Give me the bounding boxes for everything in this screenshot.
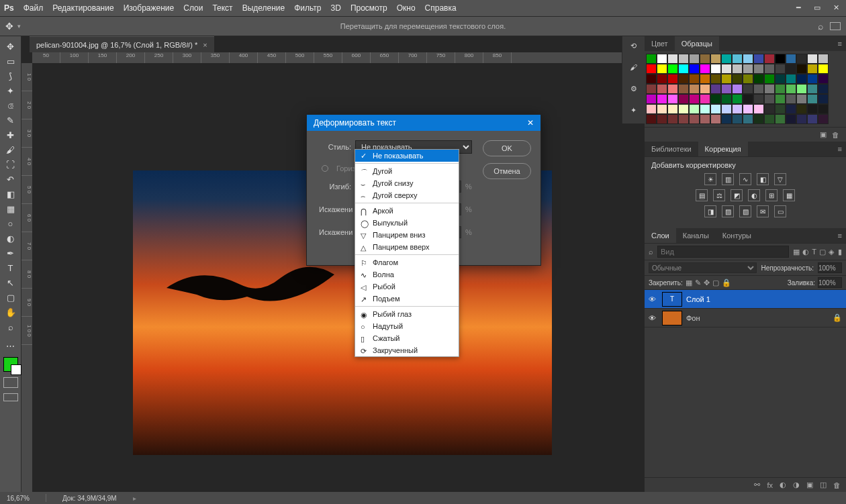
lock-artboard-icon[interactable]: ▢ xyxy=(712,279,719,287)
swatch-item[interactable] xyxy=(689,94,700,104)
swatch-item[interactable] xyxy=(678,84,689,94)
tab-libraries[interactable]: Библиотеки xyxy=(645,142,698,156)
properties-panel-icon[interactable]: ⚙ xyxy=(627,85,641,98)
lut-icon[interactable]: ▦ xyxy=(783,189,795,201)
blur-tool[interactable]: ○ xyxy=(2,216,19,231)
edit-toolbar[interactable]: ⋯ xyxy=(2,338,19,353)
hand-tool[interactable]: ✋ xyxy=(2,305,19,319)
menu-view[interactable]: Просмотр xyxy=(350,3,387,13)
swatch-item[interactable] xyxy=(732,94,743,104)
swatch-item[interactable] xyxy=(700,84,710,94)
lasso-tool[interactable]: ⟆ xyxy=(2,68,19,83)
swatch-item[interactable] xyxy=(700,54,710,64)
swatch-item[interactable] xyxy=(646,74,657,84)
tab-swatches[interactable]: Образцы xyxy=(675,36,719,51)
tab-paths[interactable]: Контуры xyxy=(716,228,758,243)
swatch-item[interactable] xyxy=(700,94,710,104)
selective-color-icon[interactable]: ✉ xyxy=(757,205,769,217)
opacity-input[interactable] xyxy=(818,262,842,273)
dd-arc[interactable]: ⌒Дугой xyxy=(355,165,459,177)
swatch-item[interactable] xyxy=(667,74,678,84)
swatch-item[interactable] xyxy=(689,104,700,114)
swatch-item[interactable] xyxy=(818,54,829,64)
dd-wave[interactable]: ∿Волна xyxy=(355,268,459,281)
exposure-icon[interactable]: ◧ xyxy=(757,173,769,185)
cancel-button[interactable]: Отмена xyxy=(483,163,531,179)
swatch-item[interactable] xyxy=(753,54,764,64)
pen-tool[interactable]: ✒ xyxy=(2,246,19,260)
swatch-item[interactable] xyxy=(764,104,775,114)
dd-squeeze[interactable]: ▯Сжатый xyxy=(355,332,459,344)
swatch-item[interactable] xyxy=(764,54,775,64)
swatch-item[interactable] xyxy=(796,84,807,94)
doc-size[interactable]: Док: 34,9M/34,9M xyxy=(62,495,117,502)
swatch-item[interactable] xyxy=(786,104,796,114)
tab-channels[interactable]: Каналы xyxy=(676,228,716,243)
swatch-item[interactable] xyxy=(807,74,818,84)
hue-sat-icon[interactable]: ⚖ xyxy=(713,189,725,201)
screenmode-icon[interactable] xyxy=(3,393,18,401)
swatch-item[interactable] xyxy=(710,104,721,114)
eraser-tool[interactable]: ◧ xyxy=(2,187,19,201)
swatch-item[interactable] xyxy=(678,104,689,114)
swatch-item[interactable] xyxy=(753,74,764,84)
visibility-icon[interactable]: 👁 xyxy=(649,314,658,322)
swatch-item[interactable] xyxy=(646,104,657,114)
swatch-item[interactable] xyxy=(786,94,796,104)
swatch-item[interactable] xyxy=(721,64,732,74)
swatch-item[interactable] xyxy=(732,84,743,94)
document-tab[interactable]: pelican-901004.jpg @ 16,7% (Слой 1, RGB/… xyxy=(30,36,214,52)
lock-all-icon[interactable]: 🔒 xyxy=(722,279,731,287)
layer-row-background[interactable]: 👁 Фон 🔒 xyxy=(645,309,846,327)
swatch-item[interactable] xyxy=(786,64,796,74)
swatch-item[interactable] xyxy=(710,94,721,104)
layer-row-text[interactable]: 👁 T Слой 1 xyxy=(645,290,846,309)
close-tab-icon[interactable]: × xyxy=(203,41,207,49)
posterize-icon[interactable]: ▨ xyxy=(722,205,734,217)
swatch-item[interactable] xyxy=(646,64,657,74)
tab-color[interactable]: Цвет xyxy=(645,36,675,51)
swatch-item[interactable] xyxy=(796,54,807,64)
path-tool[interactable]: ↖ xyxy=(2,275,19,290)
swatch-item[interactable] xyxy=(818,84,829,94)
menu-image[interactable]: Изображение xyxy=(124,3,175,13)
swatch-item[interactable] xyxy=(775,64,786,74)
swatch-item[interactable] xyxy=(721,114,732,124)
swatch-item[interactable] xyxy=(818,74,829,84)
swatch-item[interactable] xyxy=(667,104,678,114)
swatch-item[interactable] xyxy=(743,114,753,124)
swatch-item[interactable] xyxy=(796,64,807,74)
swatch-item[interactable] xyxy=(775,104,786,114)
swatch-item[interactable] xyxy=(807,84,818,94)
menu-edit[interactable]: Редактирование xyxy=(52,3,113,13)
dd-bulge[interactable]: ◯Выпуклый xyxy=(355,217,459,229)
swatch-item[interactable] xyxy=(667,54,678,64)
brush-tool[interactable]: 🖌 xyxy=(2,142,19,157)
swatch-item[interactable] xyxy=(689,84,700,94)
swatch-item[interactable] xyxy=(700,64,710,74)
dd-arc-lower[interactable]: ⌣Дугой снизу xyxy=(355,177,459,189)
swatch-item[interactable] xyxy=(786,84,796,94)
swatch-item[interactable] xyxy=(710,74,721,84)
swatch-item[interactable] xyxy=(743,74,753,84)
swatch-item[interactable] xyxy=(678,74,689,84)
swatch-item[interactable] xyxy=(689,54,700,64)
swatch-item[interactable] xyxy=(764,64,775,74)
brightness-icon[interactable]: ☀ xyxy=(704,173,716,185)
swatch-item[interactable] xyxy=(775,54,786,64)
filter-shape-icon[interactable]: ▢ xyxy=(819,248,826,256)
dodge-tool[interactable]: ◐ xyxy=(2,231,19,246)
filter-adjust-icon[interactable]: ◐ xyxy=(802,248,809,256)
swatch-item[interactable] xyxy=(796,74,807,84)
crop-tool[interactable]: ⟃ xyxy=(2,98,19,113)
swatch-item[interactable] xyxy=(753,64,764,74)
levels-icon[interactable]: ▥ xyxy=(722,173,734,185)
gradient-icon[interactable]: ▭ xyxy=(774,205,786,217)
swatch-item[interactable] xyxy=(721,54,732,64)
swatch-item[interactable] xyxy=(721,74,732,84)
wand-tool[interactable]: ✦ xyxy=(2,83,19,98)
shape-tool[interactable]: ▢ xyxy=(2,290,19,305)
swatch-item[interactable] xyxy=(743,54,753,64)
menu-layers[interactable]: Слои xyxy=(183,3,203,13)
swatch-item[interactable] xyxy=(657,64,667,74)
